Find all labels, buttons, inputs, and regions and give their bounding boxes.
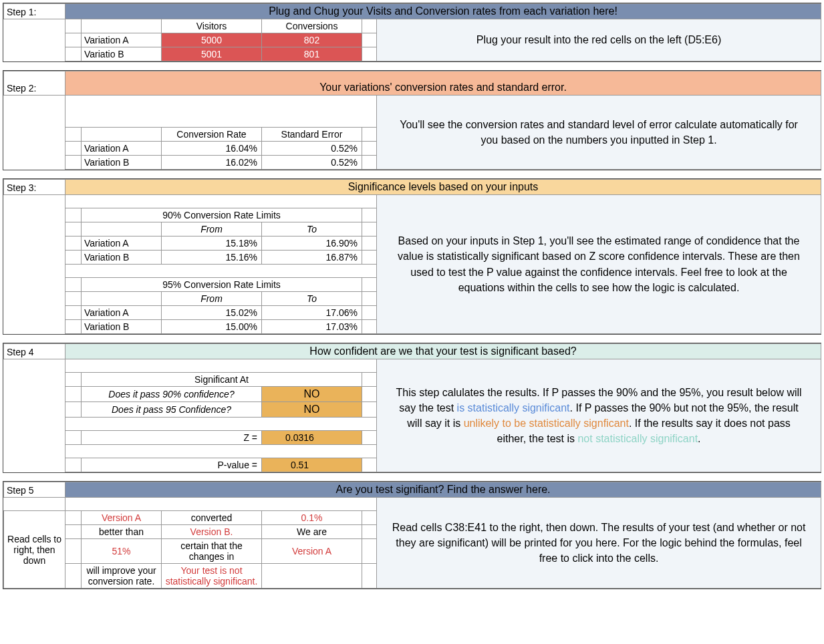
b90-to: 16.87% [262, 251, 362, 265]
step3-info: Based on your inputs in Step 1, you'll s… [377, 195, 821, 334]
step2-info: You'll see the conversion rates and stan… [377, 96, 821, 170]
input-b-conversions[interactable]: 801 [262, 47, 362, 61]
s3-90-a: Variation A [82, 236, 162, 251]
pass-90: NO [262, 387, 362, 402]
s3-95-b: Variation B [82, 320, 162, 334]
r3c1: 51% [82, 539, 162, 564]
col-from-95: From [162, 292, 262, 306]
step3-header: Significance levels based on your inputs [65, 180, 821, 195]
step4-info: This step calulates the results. If P pa… [377, 359, 821, 472]
s4-info-end: . [698, 433, 700, 444]
col-visitors: Visitors [162, 19, 262, 33]
q-95: Does it pass 95 Confidence? [82, 402, 262, 418]
z-label: Z = [82, 431, 262, 445]
col-std-error: Standard Error [262, 128, 362, 142]
step1-label: Step 1: [4, 4, 65, 19]
row-variation-a: Variation A [82, 33, 162, 47]
row-variation-b: Variatio B [82, 47, 162, 61]
b90-from: 15.16% [162, 251, 262, 265]
r3c3: Version A [262, 539, 362, 564]
p-value: 0.51 [262, 458, 362, 472]
b-conv-rate: 16.02% [162, 156, 262, 170]
a95-from: 15.02% [162, 306, 262, 320]
significant-at: Significant At [82, 373, 362, 387]
a-std-err: 0.52% [262, 142, 362, 156]
step4-label: Step 4 [4, 344, 65, 359]
col-to-90: To [262, 222, 362, 236]
step5-label: Step 5 [4, 482, 65, 498]
b-std-err: 0.52% [262, 156, 362, 170]
step5-section: Step 5 Are you test signifiant? Find the… [3, 481, 821, 589]
step5-info: Read cells C38:E41 to the right, then do… [377, 498, 821, 589]
a95-to: 17.06% [262, 306, 362, 320]
s2-row-a: Variation A [82, 142, 162, 156]
q-90: Does it pass 90% confidence? [82, 387, 262, 402]
col-conversions: Conversions [262, 19, 362, 33]
s3-90-b: Variation B [82, 251, 162, 265]
step2-header: Your variations' conversion rates and st… [65, 71, 821, 96]
step1-info: Plug your result into the red cells on t… [377, 19, 821, 61]
step3-label: Step 3: [4, 180, 65, 195]
input-a-visitors[interactable]: 5000 [162, 33, 262, 47]
a-conv-rate: 16.04% [162, 142, 262, 156]
col-to-95: To [262, 292, 362, 306]
s4-info-not: not statistically significant [577, 433, 698, 444]
step1-section: Step 1: Plug and Chug your Visits and Co… [3, 3, 821, 62]
step5-header: Are you test signifiant? Find the answer… [65, 482, 821, 498]
step2-label: Step 2: [4, 71, 65, 96]
r1c2: converted [162, 511, 262, 525]
s4-info-unl: unlikely to be statistically signficant [464, 418, 629, 429]
r4c2: Your test is not statistically significa… [162, 564, 262, 589]
s2-row-b: Variation B [82, 156, 162, 170]
b95-from: 15.00% [162, 320, 262, 334]
input-b-visitors[interactable]: 5001 [162, 47, 262, 61]
r2c3: We are [262, 525, 362, 539]
step1-header: Plug and Chug your Visits and Conversion… [65, 4, 821, 19]
step4-header: How confident are we that your test is s… [65, 344, 821, 359]
step2-section: Step 2: Your variations' conversion rate… [3, 70, 821, 170]
a90-from: 15.18% [162, 236, 262, 251]
col-conv-rate: Conversion Rate [162, 128, 262, 142]
input-a-conversions[interactable]: 802 [262, 33, 362, 47]
s4-info-sig: is statistically significant [457, 402, 570, 414]
r2c2: Version B. [162, 525, 262, 539]
title-90: 90% Conversion Rate Limits [82, 208, 362, 222]
r4c1: will improve your conversion rate. [82, 564, 162, 589]
title-95: 95% Conversion Rate Limits [82, 278, 362, 292]
step4-section: Step 4 How confident are we that your te… [3, 343, 821, 473]
r1c3: 0.1% [262, 511, 362, 525]
r3c2: certain that the changes in [162, 539, 262, 564]
pass-95: NO [262, 402, 362, 418]
step3-section: Step 3: Significance levels based on you… [3, 178, 821, 335]
r2c1: better than [82, 525, 162, 539]
a90-to: 16.90% [262, 236, 362, 251]
p-label: P-value = [82, 458, 262, 472]
ab-test-spreadsheet: Step 1: Plug and Chug your Visits and Co… [3, 3, 821, 589]
r1c1: Version A [82, 511, 162, 525]
read-cells-label: Read cells to right, then down [4, 511, 65, 589]
b95-to: 17.03% [262, 320, 362, 334]
col-from-90: From [162, 222, 262, 236]
s3-95-a: Variation A [82, 306, 162, 320]
z-value: 0.0316 [262, 431, 362, 445]
